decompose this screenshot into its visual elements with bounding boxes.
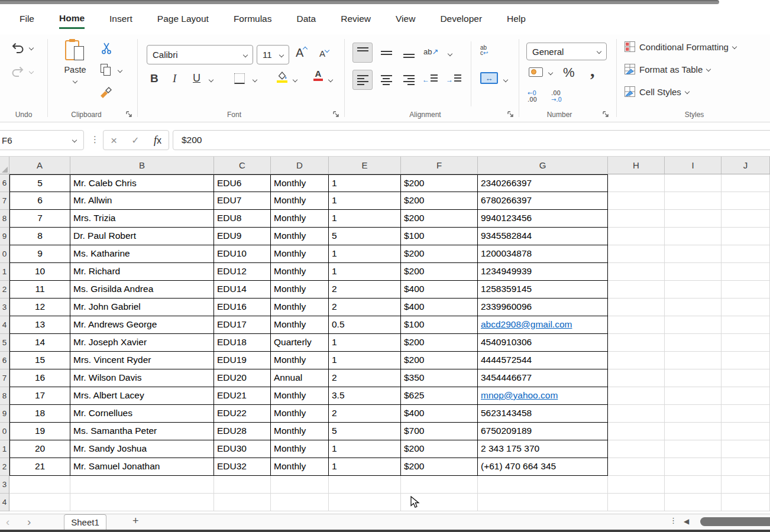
cell[interactable]: 12	[9, 299, 70, 316]
empty-cell[interactable]	[665, 263, 722, 281]
empty-cell[interactable]	[722, 352, 770, 369]
column-header-b[interactable]: B	[70, 157, 214, 174]
empty-cell[interactable]	[608, 210, 665, 228]
empty-cell[interactable]	[665, 245, 722, 263]
cut-button[interactable]	[101, 43, 112, 57]
cell[interactable]: $400	[401, 405, 478, 423]
font-size-combobox[interactable]: 11	[257, 45, 289, 64]
empty-cell[interactable]	[665, 316, 722, 334]
fill-color-button[interactable]	[277, 71, 287, 83]
empty-cell[interactable]	[665, 405, 722, 423]
orientation-dropdown[interactable]	[448, 51, 452, 56]
cell[interactable]: 1	[329, 245, 401, 263]
font-family-combobox[interactable]: Calibri	[147, 45, 253, 64]
empty-cell[interactable]	[722, 387, 770, 405]
cell[interactable]: 2	[329, 281, 401, 299]
empty-cell[interactable]	[665, 192, 722, 210]
cell[interactable]: 2	[329, 405, 401, 423]
row-header[interactable]: 3	[0, 299, 9, 316]
cell[interactable]: 5623143458	[478, 405, 608, 423]
cell[interactable]: Monthly	[271, 192, 329, 210]
percent-style-button[interactable]: %	[563, 65, 575, 80]
sheet-tab-sheet1[interactable]: Sheet1	[64, 514, 106, 530]
cell[interactable]: 1	[329, 440, 401, 458]
cell[interactable]: $350	[401, 369, 478, 387]
borders-button[interactable]	[234, 73, 245, 84]
formula-input[interactable]: $200	[173, 130, 770, 150]
empty-cell[interactable]	[9, 476, 70, 494]
empty-cell[interactable]	[722, 281, 770, 299]
undo-button[interactable]	[11, 41, 25, 57]
cell[interactable]: Mrs. Trizia	[70, 210, 214, 228]
tab-bar-dots[interactable]: ⋮	[669, 516, 677, 525]
empty-cell[interactable]	[665, 440, 722, 458]
cell[interactable]: EDU30	[214, 440, 271, 458]
cell[interactable]: Mrs. Albert Lacey	[70, 387, 214, 405]
cell[interactable]: 1	[329, 174, 401, 192]
empty-cell[interactable]	[665, 458, 722, 476]
cell[interactable]: Monthly	[271, 423, 329, 440]
redo-button[interactable]	[11, 65, 25, 80]
select-all-corner[interactable]	[0, 157, 9, 174]
menu-item-home[interactable]: Home	[47, 9, 97, 33]
menu-item-review[interactable]: Review	[328, 10, 383, 31]
cell[interactable]: $200	[401, 440, 478, 458]
cell[interactable]: Ms. Samantha Peter	[70, 423, 214, 440]
cell[interactable]: 10	[9, 263, 70, 281]
cell[interactable]: $700	[401, 423, 478, 440]
empty-cell[interactable]	[401, 494, 478, 511]
cell[interactable]: 1	[329, 458, 401, 476]
cell[interactable]: 1	[329, 192, 401, 210]
empty-cell[interactable]	[665, 476, 722, 494]
empty-cell[interactable]	[722, 228, 770, 245]
redo-dropdown[interactable]	[29, 69, 34, 74]
empty-cell[interactable]	[608, 299, 665, 316]
cell[interactable]: EDU17	[214, 316, 271, 334]
empty-cell[interactable]	[665, 494, 722, 511]
empty-cell[interactable]	[665, 299, 722, 316]
align-middle-button[interactable]	[376, 43, 396, 63]
cell[interactable]: Monthly	[271, 440, 329, 458]
cell[interactable]: EDU14	[214, 281, 271, 299]
cell[interactable]: $100	[401, 228, 478, 245]
cell[interactable]: 1200034878	[478, 245, 608, 263]
cell[interactable]: 0.5	[329, 316, 401, 334]
cell[interactable]: 1	[329, 210, 401, 228]
cell[interactable]: 17	[9, 387, 70, 405]
empty-cell[interactable]	[271, 494, 329, 511]
cell-hyperlink[interactable]: mnop@yahoo.com	[481, 390, 558, 400]
cell[interactable]: 1258359145	[478, 281, 608, 299]
column-header-c[interactable]: C	[214, 157, 271, 174]
cell-styles-button[interactable]: Cell Styles	[625, 86, 689, 97]
cell[interactable]: Monthly	[271, 405, 329, 423]
cell[interactable]: 4540910306	[478, 334, 608, 352]
empty-cell[interactable]	[608, 423, 665, 440]
empty-cell[interactable]	[329, 476, 401, 494]
cell[interactable]: 9940123456	[478, 210, 608, 228]
empty-cell[interactable]	[665, 210, 722, 228]
cell[interactable]: $200	[401, 263, 478, 281]
number-dialog-launcher[interactable]	[602, 111, 610, 118]
row-header[interactable]: 1	[0, 263, 9, 281]
cell[interactable]: 21	[9, 458, 70, 476]
column-header-i[interactable]: I	[665, 157, 722, 174]
empty-cell[interactable]	[214, 494, 271, 511]
empty-cell[interactable]	[608, 494, 665, 511]
empty-cell[interactable]	[722, 263, 770, 281]
menu-item-page-layout[interactable]: Page Layout	[145, 10, 221, 31]
cell[interactable]: EDU16	[214, 299, 271, 316]
cell[interactable]: Mr. Sandy Joshua	[70, 440, 214, 458]
cell[interactable]: Monthly	[271, 387, 329, 405]
cell[interactable]: Monthly	[271, 228, 329, 245]
empty-cell[interactable]	[608, 245, 665, 263]
cell[interactable]: $200	[401, 352, 478, 369]
merge-center-dropdown[interactable]	[503, 77, 508, 82]
empty-cell[interactable]	[665, 228, 722, 245]
bold-button[interactable]: B	[150, 72, 158, 85]
empty-cell[interactable]	[70, 476, 214, 494]
align-center-button[interactable]	[376, 70, 396, 90]
cell[interactable]: Mr. Cornellues	[70, 405, 214, 423]
align-left-button[interactable]	[352, 70, 373, 90]
empty-cell[interactable]	[608, 316, 665, 334]
cell[interactable]: Annual	[271, 369, 329, 387]
